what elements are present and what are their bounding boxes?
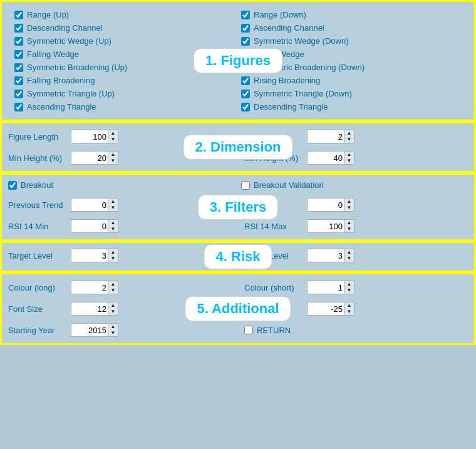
starting-year-btns[interactable]: ▲ ▼ <box>108 323 118 337</box>
section-additional: 5. Additional Colour (long) ▲ ▼ Colour (… <box>0 272 476 345</box>
checkbox-desc-tri[interactable]: Descending Triangle <box>241 100 462 113</box>
checkbox-asc-tri[interactable]: Ascending Triangle <box>14 100 235 113</box>
prev-trend-left-spinner[interactable]: ▲ ▼ <box>71 198 118 212</box>
colour-long-btns[interactable]: ▲ ▼ <box>108 281 118 294</box>
font-size-up[interactable]: ▲ <box>108 302 118 309</box>
figure-length-spinner[interactable]: ▲ ▼ <box>71 130 118 143</box>
figure-length-spinner-btns[interactable]: ▲ ▼ <box>108 130 118 143</box>
font-size-right-spinner[interactable]: ▲ ▼ <box>307 302 354 316</box>
checkbox-range-down[interactable]: Range (Down) <box>241 8 462 21</box>
rsi14-min-down[interactable]: ▼ <box>108 226 118 232</box>
figure-length-input[interactable] <box>71 130 108 143</box>
target-level-right-up[interactable]: ▲ <box>344 249 354 255</box>
colour-short-up[interactable]: ▲ <box>344 281 354 287</box>
colour-long-row: Colour (long) ▲ ▼ <box>8 281 232 294</box>
font-size-right-input[interactable] <box>307 302 344 316</box>
colour-long-down[interactable]: ▼ <box>108 287 118 294</box>
min-height2-spinner[interactable]: ▲ ▼ <box>307 151 354 165</box>
prev-trend-right-btns[interactable]: ▲ ▼ <box>344 198 354 212</box>
rsi14-max-up[interactable]: ▲ <box>344 220 354 226</box>
font-size-input[interactable] <box>71 302 108 316</box>
target-level-right-input[interactable] <box>307 249 344 262</box>
checkbox-falling-broad[interactable]: Falling Broadening <box>14 74 235 87</box>
min-height-up[interactable]: ▲ <box>108 152 118 158</box>
rsi14-max-down[interactable]: ▼ <box>344 226 354 232</box>
rsi14-max-spinner[interactable]: ▲ ▼ <box>307 219 354 233</box>
starting-year-row: Starting Year ▲ ▼ <box>8 323 232 337</box>
figure-length-down[interactable]: ▼ <box>108 137 118 143</box>
checkbox-breakout-val[interactable]: Breakout Validation <box>241 178 468 192</box>
figure-length-up[interactable]: ▲ <box>108 130 118 137</box>
dim-right1-spinner[interactable]: ▲ ▼ <box>307 130 354 143</box>
colour-long-label: Colour (long) <box>8 283 65 292</box>
checkbox-breakout[interactable]: Breakout <box>8 178 235 192</box>
colour-long-spinner[interactable]: ▲ ▼ <box>71 281 118 294</box>
min-height2-spinner-btns[interactable]: ▲ ▼ <box>344 151 354 165</box>
colour-short-input[interactable] <box>307 281 344 294</box>
min-height2-up[interactable]: ▲ <box>344 152 354 158</box>
target-level-left-up[interactable]: ▲ <box>108 249 118 255</box>
starting-year-down[interactable]: ▼ <box>108 330 118 336</box>
prev-trend-right-down[interactable]: ▼ <box>344 205 354 211</box>
min-height-spinner-btns[interactable]: ▲ ▼ <box>108 151 118 165</box>
target-level-left-btns[interactable]: ▲ ▼ <box>108 249 118 262</box>
font-size-btns[interactable]: ▲ ▼ <box>108 302 118 316</box>
target-level-right-spinner[interactable]: ▲ ▼ <box>307 249 354 262</box>
min-height2-input[interactable] <box>307 151 344 165</box>
section-filters: 3. Filters Breakout Breakout Validation … <box>0 173 476 241</box>
font-size-right-btns[interactable]: ▲ ▼ <box>344 302 354 316</box>
checkbox-desc-channel[interactable]: Descending Channel <box>14 21 235 34</box>
rsi14-max-input[interactable] <box>307 219 344 233</box>
min-height-input[interactable] <box>71 151 108 165</box>
prev-trend-left-input[interactable] <box>71 198 108 212</box>
rsi14-min-spinner[interactable]: ▲ ▼ <box>71 219 118 233</box>
rsi14-max-btns[interactable]: ▲ ▼ <box>344 219 354 233</box>
prev-trend-left-btns[interactable]: ▲ ▼ <box>108 198 118 212</box>
target-level-right-down[interactable]: ▼ <box>344 255 354 262</box>
checkbox-rising-broad[interactable]: Rising Broadening <box>241 74 462 87</box>
checkbox-sym-wedge-down[interactable]: Symmetric Wedge (Down) <box>241 34 462 48</box>
prev-trend-left-up[interactable]: ▲ <box>108 199 118 205</box>
font-size-label: Font Size <box>8 304 65 314</box>
colour-short-btns[interactable]: ▲ ▼ <box>344 281 354 294</box>
prev-trend-right-input[interactable] <box>307 198 344 212</box>
min-height2-down[interactable]: ▼ <box>344 158 354 164</box>
rsi14-min-btns[interactable]: ▲ ▼ <box>108 219 118 233</box>
font-size-down[interactable]: ▼ <box>108 309 118 315</box>
font-size-spinner[interactable]: ▲ ▼ <box>71 302 118 316</box>
colour-short-spinner[interactable]: ▲ ▼ <box>307 281 354 294</box>
colour-short-row: Colour (short) ▲ ▼ <box>244 281 468 294</box>
checkbox-asc-channel[interactable]: Ascending Channel <box>241 21 462 34</box>
rsi14-min-up[interactable]: ▲ <box>108 220 118 226</box>
prev-trend-right-spinner[interactable]: ▲ ▼ <box>307 198 354 212</box>
checkbox-sym-wedge-up[interactable]: Symmetric Wedge (Up) <box>14 34 235 48</box>
prev-trend-label: Previous Trend <box>8 200 65 210</box>
rsi14-min-input[interactable] <box>71 219 108 233</box>
checkbox-return[interactable]: RETURN <box>244 324 291 337</box>
font-size-right-up[interactable]: ▲ <box>344 302 354 309</box>
colour-long-input[interactable] <box>71 281 108 294</box>
dim-right1-spinner-btns[interactable]: ▲ ▼ <box>344 130 354 143</box>
dim-right1-down[interactable]: ▼ <box>344 137 354 143</box>
checkbox-sym-tri-down[interactable]: Symmetric Triangle (Down) <box>241 87 462 100</box>
starting-year-input[interactable] <box>71 323 108 337</box>
min-height-spinner[interactable]: ▲ ▼ <box>71 151 118 165</box>
target-level-left-spinner[interactable]: ▲ ▼ <box>71 249 118 262</box>
dim-right1-up[interactable]: ▲ <box>344 130 354 137</box>
target-level-left-down[interactable]: ▼ <box>108 255 118 262</box>
prev-trend-right-up[interactable]: ▲ <box>344 199 354 205</box>
dim-right1-input[interactable] <box>307 130 344 143</box>
rsi14-min-row: RSI 14 Min ▲ ▼ <box>8 219 232 233</box>
min-height-down[interactable]: ▼ <box>108 158 118 164</box>
font-size-right-down[interactable]: ▼ <box>344 309 354 315</box>
target-level-right-btns[interactable]: ▲ ▼ <box>344 249 354 262</box>
starting-year-up[interactable]: ▲ <box>108 324 118 330</box>
starting-year-spinner[interactable]: ▲ ▼ <box>71 323 118 337</box>
checkbox-range-up[interactable]: Range (Up) <box>14 8 235 21</box>
colour-long-up[interactable]: ▲ <box>108 281 118 287</box>
min-height-label: Min Height (%) <box>8 153 65 163</box>
prev-trend-left-down[interactable]: ▼ <box>108 205 118 211</box>
colour-short-down[interactable]: ▼ <box>344 287 354 294</box>
checkbox-sym-tri-up[interactable]: Symmetric Triangle (Up) <box>14 87 235 100</box>
target-level-left-input[interactable] <box>71 249 108 262</box>
